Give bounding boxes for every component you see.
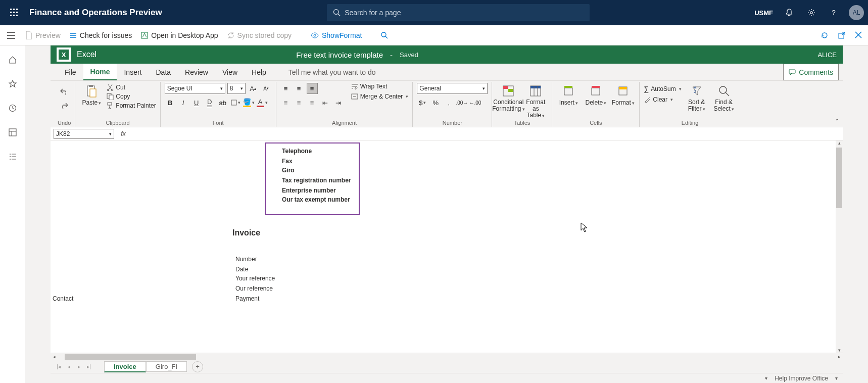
horizontal-scrollbar[interactable]: ◂ ▸ [51, 353, 843, 360]
currency-button[interactable]: $ [417, 97, 428, 108]
cell-label[interactable]: Number [235, 256, 257, 263]
check-issues-button[interactable]: Check for issues [70, 31, 132, 39]
format-cells-button[interactable]: Format [611, 83, 635, 106]
invoice-heading[interactable]: Invoice [232, 228, 260, 237]
cell-label[interactable]: Our reference [235, 285, 273, 292]
delete-cells-button[interactable]: Delete [584, 83, 608, 106]
company-label[interactable]: USMF [754, 9, 773, 17]
scroll-left-icon[interactable]: ◂ [51, 354, 58, 359]
recent-icon[interactable] [8, 103, 18, 113]
font-size-select[interactable]: 8▾ [227, 83, 246, 94]
tell-me-input[interactable]: Tell me what you want to do [288, 64, 376, 80]
increase-decimal-icon[interactable]: .00→ [456, 97, 467, 108]
name-box[interactable]: JK82▾ [54, 129, 114, 139]
cell-contact[interactable]: Contact [53, 295, 73, 302]
format-as-table-button[interactable]: Format as Table [523, 83, 548, 119]
align-middle-icon[interactable]: ≡ [294, 83, 305, 94]
conditional-formatting-button[interactable]: Conditional Formatting [496, 83, 520, 112]
cell-label[interactable]: Your reference [235, 275, 275, 282]
sheet-nav-next-icon[interactable]: ▸ [74, 364, 84, 369]
open-desktop-button[interactable]: Open in Desktop App [141, 31, 218, 39]
show-format-button[interactable]: ShowFormat [311, 31, 362, 39]
align-left-icon[interactable]: ≡ [280, 97, 292, 108]
increase-font-icon[interactable]: A▴ [248, 83, 259, 94]
cell-label[interactable]: Giro [282, 167, 295, 174]
double-underline-button[interactable]: D [204, 97, 215, 108]
number-format-select[interactable]: General▾ [417, 83, 488, 94]
cell-label[interactable]: Telephone [282, 148, 312, 155]
clear-button[interactable]: Clear [644, 96, 681, 103]
border-button[interactable] [230, 97, 242, 108]
user-avatar[interactable]: AL [849, 5, 864, 20]
strike-button[interactable]: ab [217, 97, 228, 108]
paste-button[interactable]: Paste [79, 83, 104, 106]
align-top-icon[interactable]: ≡ [280, 83, 292, 94]
align-bottom-icon[interactable]: ≡ [307, 83, 318, 94]
indent-decrease-icon[interactable]: ⇤ [320, 97, 331, 108]
copy-button[interactable]: Copy [107, 93, 156, 100]
sheet-nav-last-icon[interactable]: ▸| [84, 364, 94, 369]
cell-label[interactable]: Our tax exempt number [282, 196, 350, 203]
font-color-button[interactable]: A [257, 97, 268, 108]
font-name-select[interactable]: Segoe UI▾ [165, 83, 225, 94]
sort-filter-button[interactable]: AZSort & Filter [685, 83, 709, 112]
favorites-icon[interactable] [8, 79, 18, 89]
toolbar-search-icon[interactable] [381, 32, 388, 39]
excel-user[interactable]: ALICE [817, 51, 837, 59]
decrease-font-icon[interactable]: A▾ [261, 83, 272, 94]
sheet-nav-first-icon[interactable]: |◂ [54, 364, 64, 369]
help-icon[interactable]: ? [824, 3, 844, 23]
popout-icon[interactable] [838, 31, 846, 39]
menu-toggle-icon[interactable] [7, 32, 15, 39]
cell-label[interactable]: Payment [235, 295, 259, 302]
comments-button[interactable]: Comments [783, 64, 839, 80]
tab-data[interactable]: Data [149, 64, 178, 80]
preview-button[interactable]: Preview [25, 31, 61, 39]
tab-file[interactable]: File [58, 64, 83, 80]
home-icon[interactable] [8, 55, 18, 65]
notifications-icon[interactable] [779, 3, 799, 23]
global-search[interactable] [327, 4, 590, 21]
modules-icon[interactable] [8, 152, 18, 162]
collapse-ribbon-icon[interactable]: ⌃ [835, 118, 840, 125]
fill-color-button[interactable]: 🪣 [244, 97, 255, 108]
search-input[interactable] [345, 9, 584, 17]
settings-icon[interactable] [801, 3, 822, 23]
sheet-nav-prev-icon[interactable]: ◂ [64, 364, 74, 369]
cell-label[interactable]: Date [235, 266, 248, 273]
close-icon[interactable] [855, 31, 862, 39]
tab-view[interactable]: View [215, 64, 245, 80]
autosum-button[interactable]: ∑AutoSum [644, 85, 681, 93]
sheet-tab-giro[interactable]: Giro_FI [146, 361, 187, 372]
app-launcher-icon[interactable] [4, 3, 24, 23]
cell-label[interactable]: Fax [282, 158, 293, 165]
format-painter-button[interactable]: Format Painter [107, 102, 156, 109]
add-sheet-button[interactable]: + [192, 361, 203, 372]
scroll-right-icon[interactable]: ▸ [836, 354, 843, 359]
undo-button[interactable] [59, 86, 70, 97]
bold-button[interactable]: B [165, 97, 176, 108]
italic-button[interactable]: I [178, 97, 189, 108]
refresh-icon[interactable] [821, 31, 829, 39]
sync-button[interactable]: Sync stored copy [227, 31, 292, 39]
tab-review[interactable]: Review [178, 64, 215, 80]
cut-button[interactable]: Cut [107, 84, 156, 91]
cell-label[interactable]: Tax registration number [282, 177, 351, 184]
align-center-icon[interactable]: ≡ [294, 97, 305, 108]
worksheet[interactable]: Telephone Fax Giro Tax registration numb… [51, 140, 843, 353]
redo-button[interactable] [59, 100, 70, 111]
cell-label[interactable]: Enterprise number [282, 187, 336, 194]
vertical-scrollbar[interactable]: ▴ ▾ [836, 140, 843, 353]
fx-icon[interactable]: fx [117, 130, 129, 137]
comma-button[interactable]: , [443, 97, 454, 108]
formula-input[interactable] [129, 129, 843, 139]
align-right-icon[interactable]: ≡ [307, 97, 318, 108]
merge-center-button[interactable]: Merge & Center [351, 93, 409, 100]
percent-button[interactable]: % [430, 97, 441, 108]
tab-insert[interactable]: Insert [117, 64, 149, 80]
workspaces-icon[interactable] [8, 127, 18, 137]
wrap-text-button[interactable]: Wrap Text [351, 83, 409, 90]
sheet-tab-invoice[interactable]: Invoice [104, 361, 146, 372]
underline-button[interactable]: U [191, 97, 202, 108]
indent-increase-icon[interactable]: ⇥ [333, 97, 344, 108]
